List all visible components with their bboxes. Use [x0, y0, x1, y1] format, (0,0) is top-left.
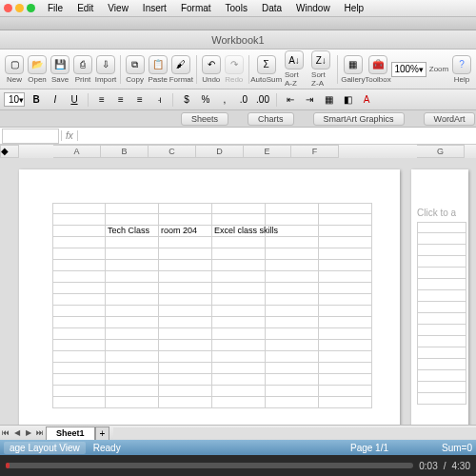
toolbox-icon: 🧰: [368, 55, 387, 74]
paste-button[interactable]: 📋Paste: [148, 55, 169, 84]
formula-bar: fx: [0, 128, 476, 145]
sheet-nav-first[interactable]: ⏮: [0, 427, 11, 439]
font-size-select[interactable]: 10 ▾: [4, 92, 25, 107]
help-button[interactable]: ?Help: [451, 55, 472, 84]
menu-edit[interactable]: Edit: [71, 1, 99, 15]
gallery-icon: ▦: [344, 55, 363, 74]
align-left-button[interactable]: ≡: [94, 92, 109, 108]
menu-help[interactable]: Help: [339, 1, 370, 15]
merge-button[interactable]: ⫞: [151, 92, 167, 108]
sort-za-icon: Z↓: [311, 50, 330, 69]
format-button[interactable]: 🖌Format: [170, 55, 192, 84]
sheet-nav-last[interactable]: ⏭: [34, 427, 46, 439]
cell-b5[interactable]: Tech Class: [106, 226, 159, 237]
col-g[interactable]: G: [417, 145, 465, 158]
page-2[interactable]: Click to a: [411, 169, 468, 425]
video-progress[interactable]: [6, 463, 413, 468]
page-1[interactable]: Tech Classroom 204Excel class skills: [19, 169, 400, 425]
decimal-inc-button[interactable]: .0: [236, 92, 251, 108]
gallery-button[interactable]: ▦Gallery: [342, 55, 364, 84]
fx-icon[interactable]: fx: [61, 130, 78, 141]
comma-button[interactable]: ,: [217, 92, 232, 108]
menu-data[interactable]: Data: [256, 1, 288, 15]
window-controls[interactable]: [4, 4, 35, 12]
save-icon: 💾: [50, 55, 69, 74]
sheet-add-button[interactable]: +: [95, 426, 110, 440]
align-right-button[interactable]: ≡: [132, 92, 148, 108]
status-page: Page 1/1: [350, 443, 388, 453]
indent-dec-button[interactable]: ⇤: [283, 92, 298, 108]
decimal-dec-button[interactable]: .00: [255, 92, 270, 108]
col-b[interactable]: B: [101, 145, 149, 158]
cell-grid[interactable]: Tech Classroom 204Excel class skills: [52, 203, 376, 408]
toolbox-button[interactable]: 🧰Toolbox: [367, 55, 390, 84]
zoom-select[interactable]: 100% ▾: [391, 62, 426, 77]
import-button[interactable]: ⇩Import: [95, 55, 116, 84]
status-sum: Sum=0: [442, 443, 472, 453]
cell-d5[interactable]: Excel class skills: [212, 226, 266, 237]
menu-file[interactable]: File: [42, 1, 69, 15]
percent-button[interactable]: %: [198, 92, 213, 108]
h-scrollbar[interactable]: [113, 427, 476, 439]
header-placeholder[interactable]: Click to a: [417, 208, 468, 218]
video-controls: 0:03 / 4:30: [0, 455, 476, 476]
italic-button[interactable]: I: [48, 92, 63, 108]
close-icon[interactable]: [4, 4, 12, 12]
undo-button[interactable]: ↶Undo: [201, 55, 222, 84]
fill-color-button[interactable]: ◧: [340, 92, 355, 108]
print-button[interactable]: ⎙Print: [72, 55, 93, 84]
name-box[interactable]: [2, 129, 59, 144]
menu-window[interactable]: Window: [290, 1, 336, 15]
col-c[interactable]: C: [149, 145, 196, 158]
sheet-nav-prev[interactable]: ◀: [11, 427, 23, 439]
save-button[interactable]: 💾Save: [50, 55, 70, 84]
formatting-toolbar: 10 ▾ B I U ≡ ≡ ≡ ⫞ $ % , .0 .00 ⇤ ⇥ ▦ ◧ …: [0, 89, 476, 110]
tab-charts[interactable]: Charts: [248, 112, 294, 126]
menu-format[interactable]: Format: [175, 1, 217, 15]
zoom-label: Zoom: [428, 65, 449, 73]
currency-button[interactable]: $: [179, 92, 194, 108]
help-icon: ?: [452, 55, 471, 74]
view-mode[interactable]: age Layout View: [4, 442, 86, 454]
open-button[interactable]: 📂Open: [27, 55, 48, 84]
col-f[interactable]: F: [291, 145, 339, 158]
borders-button[interactable]: ▦: [321, 92, 336, 108]
sheet-tab-1[interactable]: Sheet1: [46, 426, 95, 440]
col-e[interactable]: E: [244, 145, 291, 158]
browser-tabs: [0, 17, 476, 30]
sheet-tabs: ⏮ ◀ ▶ ⏭ Sheet1 +: [0, 425, 476, 440]
autosum-button[interactable]: ΣAutoSum: [252, 55, 280, 84]
menu-bar: File Edit View Insert Format Tools Data …: [0, 0, 476, 17]
tab-smartart[interactable]: SmartArt Graphics: [313, 112, 405, 126]
status-ready: Ready: [93, 443, 121, 453]
cell-c5[interactable]: room 204: [159, 226, 212, 237]
menu-view[interactable]: View: [102, 1, 134, 15]
select-all-corner[interactable]: ◆: [0, 145, 19, 158]
col-d[interactable]: D: [196, 145, 244, 158]
align-center-button[interactable]: ≡: [113, 92, 129, 108]
zoom-icon[interactable]: [27, 4, 35, 12]
new-icon: ▢: [5, 55, 24, 74]
col-a[interactable]: A: [53, 145, 101, 158]
menu-tools[interactable]: Tools: [220, 1, 253, 15]
undo-icon: ↶: [202, 55, 221, 74]
sort-az-button[interactable]: A↓Sort A-Z: [282, 50, 307, 88]
menu-insert[interactable]: Insert: [137, 1, 172, 15]
sort-za-button[interactable]: Z↓Sort Z-A: [308, 50, 333, 88]
workarea: Tech Classroom 204Excel class skills Cli…: [0, 158, 476, 425]
video-time-elapsed: 0:03: [419, 461, 437, 471]
redo-button[interactable]: ↷Redo: [224, 55, 245, 84]
underline-button[interactable]: U: [67, 92, 82, 108]
copy-icon: ⧉: [126, 55, 145, 74]
tab-wordart[interactable]: WordArt: [424, 112, 476, 126]
sheet-nav-next[interactable]: ▶: [23, 427, 34, 439]
new-button[interactable]: ▢New: [4, 55, 25, 84]
minimize-icon[interactable]: [15, 4, 24, 12]
sort-az-icon: A↓: [285, 50, 304, 69]
font-color-button[interactable]: A: [359, 92, 374, 108]
paste-icon: 📋: [149, 55, 168, 74]
indent-inc-button[interactable]: ⇥: [302, 92, 317, 108]
copy-button[interactable]: ⧉Copy: [125, 55, 146, 84]
tab-sheets[interactable]: Sheets: [181, 112, 228, 126]
bold-button[interactable]: B: [29, 92, 44, 108]
